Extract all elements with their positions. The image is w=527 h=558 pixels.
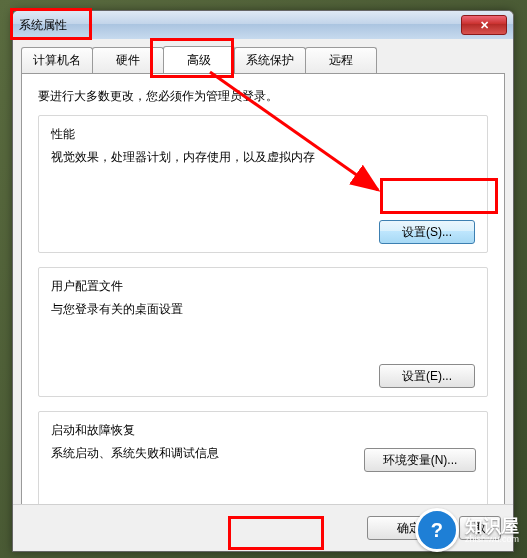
tab-remote[interactable]: 远程: [305, 47, 377, 73]
group-startup-recovery-title: 启动和故障恢复: [51, 422, 475, 439]
environment-variables-button[interactable]: 环境变量(N)...: [364, 448, 476, 472]
tab-hardware[interactable]: 硬件: [92, 47, 164, 73]
watermark-text-en: zhishiwu.com: [465, 535, 519, 544]
group-performance-title: 性能: [51, 126, 475, 143]
tab-computer-name[interactable]: 计算机名: [21, 47, 93, 73]
group-user-profile-title: 用户配置文件: [51, 278, 475, 295]
watermark-badge-icon: ?: [415, 508, 459, 552]
close-icon: ✕: [480, 19, 489, 32]
titlebar: 系统属性 ✕: [13, 11, 513, 39]
tab-body-advanced: 要进行大多数更改，您必须作为管理员登录。 性能 视觉效果，处理器计划，内存使用，…: [21, 73, 505, 531]
performance-settings-button[interactable]: 设置(S)...: [379, 220, 475, 244]
close-button[interactable]: ✕: [461, 15, 507, 35]
window-title: 系统属性: [19, 17, 67, 34]
group-user-profile-desc: 与您登录有关的桌面设置: [51, 301, 475, 318]
group-performance-desc: 视觉效果，处理器计划，内存使用，以及虚拟内存: [51, 149, 475, 166]
system-properties-window: 系统属性 ✕ 计算机名 硬件 高级 系统保护 远程 要进行大多数更改，您必须作为…: [12, 10, 514, 552]
tab-advanced[interactable]: 高级: [163, 46, 235, 74]
group-user-profile: 用户配置文件 与您登录有关的桌面设置 设置(E)...: [38, 267, 488, 397]
admin-intro-text: 要进行大多数更改，您必须作为管理员登录。: [38, 88, 488, 105]
watermark-logo: ? 知识屋 zhishiwu.com: [415, 508, 519, 552]
tab-system-protection[interactable]: 系统保护: [234, 47, 306, 73]
tab-strip: 计算机名 硬件 高级 系统保护 远程: [13, 39, 513, 73]
watermark-text-cn: 知识屋: [465, 517, 519, 535]
user-profile-settings-button[interactable]: 设置(E)...: [379, 364, 475, 388]
group-performance: 性能 视觉效果，处理器计划，内存使用，以及虚拟内存 设置(S)...: [38, 115, 488, 253]
